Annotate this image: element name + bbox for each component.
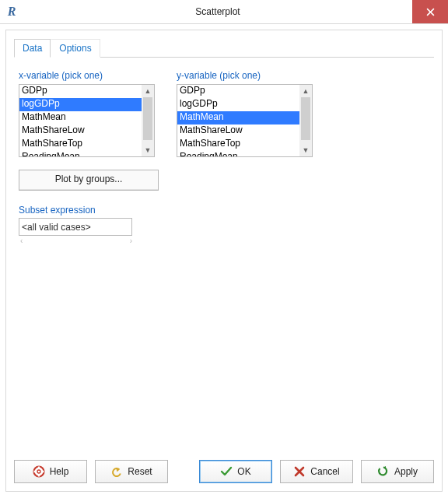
ok-button[interactable]: OK: [199, 460, 272, 483]
apply-icon: [377, 465, 390, 478]
tabbody-data: x-variable (pick one) GDPplogGDPpMathMea…: [14, 58, 434, 251]
plot-by-groups-button[interactable]: Plot by groups...: [19, 170, 159, 191]
help-icon: [33, 465, 45, 478]
subset-expression-label: Subset expression: [19, 205, 429, 216]
list-item[interactable]: logGDPp: [19, 98, 142, 111]
subset-scroll[interactable]: ‹ ›: [19, 236, 134, 247]
titlebar: R Scatterplot: [0, 0, 448, 24]
tabstrip: Data Options: [14, 38, 434, 58]
ok-label: OK: [237, 466, 250, 477]
chevron-left-icon[interactable]: ‹: [20, 236, 23, 247]
undo-icon: [110, 465, 123, 478]
help-label: Help: [50, 466, 69, 477]
apply-label: Apply: [394, 466, 418, 477]
scrollbar-thumb[interactable]: [143, 97, 152, 140]
chevron-up-icon[interactable]: ▲: [299, 85, 312, 97]
x-variable-list[interactable]: GDPplogGDPpMathMeanMathShareLowMathShare…: [19, 84, 155, 157]
reset-button[interactable]: Reset: [95, 460, 168, 483]
list-item[interactable]: MathShareTop: [19, 138, 142, 151]
dialog-button-bar: Help Reset OK Cancel: [14, 460, 434, 483]
x-variable-label: x-variable (pick one): [19, 70, 155, 81]
check-icon: [220, 465, 233, 478]
list-item[interactable]: MathShareLow: [19, 124, 142, 138]
list-item[interactable]: MathMean: [19, 111, 142, 124]
y-variable-group: y-variable (pick one) GDPplogGDPpMathMea…: [177, 70, 313, 157]
tab-options[interactable]: Options: [51, 39, 100, 58]
app-icon: R: [0, 0, 23, 23]
close-icon: [426, 8, 435, 16]
list-item[interactable]: ReadingMean: [19, 151, 142, 156]
list-item[interactable]: GDPp: [177, 85, 299, 98]
x-variable-group: x-variable (pick one) GDPplogGDPpMathMea…: [19, 70, 155, 157]
svg-point-1: [37, 470, 40, 473]
list-item[interactable]: GDPp: [19, 85, 142, 98]
list-item[interactable]: MathShareTop: [177, 138, 299, 151]
cancel-label: Cancel: [310, 466, 339, 477]
list-item[interactable]: ReadingMean: [177, 151, 299, 156]
scrollbar[interactable]: ▲ ▼: [299, 85, 312, 156]
apply-button[interactable]: Apply: [361, 460, 434, 483]
tab-data[interactable]: Data: [14, 39, 51, 58]
scrollbar-thumb[interactable]: [301, 97, 310, 140]
close-button[interactable]: [412, 0, 448, 23]
y-variable-list[interactable]: GDPplogGDPpMathMeanMathShareLowMathShare…: [177, 84, 313, 157]
scrollbar[interactable]: ▲ ▼: [142, 85, 154, 156]
chevron-down-icon[interactable]: ▼: [142, 144, 154, 156]
cancel-icon: [293, 465, 306, 478]
cancel-button[interactable]: Cancel: [280, 460, 353, 483]
list-item[interactable]: MathShareLow: [177, 124, 299, 138]
reset-label: Reset: [128, 466, 152, 477]
y-variable-label: y-variable (pick one): [177, 70, 313, 81]
chevron-down-icon[interactable]: ▼: [299, 144, 312, 156]
window-title: Scatterplot: [23, 0, 412, 23]
help-button[interactable]: Help: [14, 460, 87, 483]
subset-expression-input[interactable]: [19, 218, 132, 236]
list-item[interactable]: logGDPp: [177, 98, 299, 111]
chevron-right-icon[interactable]: ›: [130, 236, 132, 247]
chevron-up-icon[interactable]: ▲: [142, 85, 154, 97]
list-item[interactable]: MathMean: [177, 111, 299, 124]
dialog-panel: Data Options x-variable (pick one) GDPpl…: [5, 30, 443, 492]
